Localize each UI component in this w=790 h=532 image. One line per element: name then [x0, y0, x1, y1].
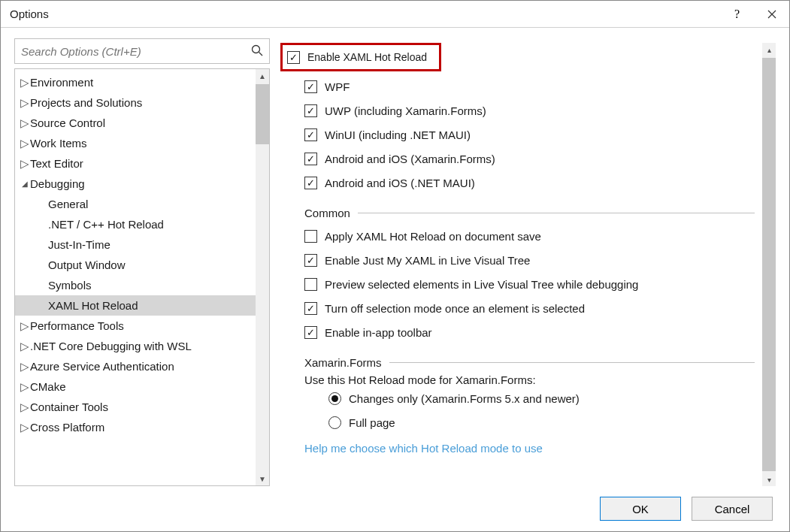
tree-item-label: XAML Hot Reload	[48, 299, 138, 312]
scroll-up-icon[interactable]: ▴	[762, 43, 776, 56]
svg-text:?: ?	[734, 8, 740, 20]
tree-item-cmake[interactable]: ▷CMake	[15, 376, 269, 397]
checkbox[interactable]	[304, 278, 317, 291]
chevron-right-icon[interactable]: ▷	[20, 116, 30, 130]
checkbox[interactable]	[304, 128, 317, 141]
tree-item-label: Work Items	[30, 137, 87, 150]
scroll-up-icon[interactable]: ▲	[256, 69, 269, 83]
help-button[interactable]: ?	[720, 1, 755, 28]
dialog-content: ▷Environment▷Projects and Solutions▷Sour…	[1, 28, 789, 486]
tree-item-azure-service-authentication[interactable]: ▷Azure Service Authentication	[15, 356, 269, 376]
tree-item-debugging[interactable]: ◢Debugging	[15, 174, 269, 194]
tree-item-label: Text Editor	[30, 157, 83, 170]
common-section-header: Common	[304, 207, 755, 219]
tree-item-environment[interactable]: ▷Environment	[15, 72, 269, 92]
tree-item-label: .NET / C++ Hot Reload	[48, 218, 164, 231]
scroll-thumb[interactable]	[256, 84, 269, 144]
left-panel: ▷Environment▷Projects and Solutions▷Sour…	[14, 38, 270, 486]
chevron-right-icon[interactable]: ▷	[20, 360, 30, 373]
xamarin-hint: Use this Hot Reload mode for Xamarin.For…	[280, 373, 755, 386]
option-row: Apply XAML Hot Reload on document save	[280, 224, 755, 248]
tree-item-xaml-hot-reload[interactable]: XAML Hot Reload	[15, 295, 269, 316]
tree-item-text-editor[interactable]: ▷Text Editor	[15, 153, 269, 174]
option-row: Android and iOS (.NET MAUI)	[280, 171, 755, 195]
option-label: WPF	[325, 80, 350, 93]
tree-item-symbols[interactable]: Symbols	[15, 275, 269, 295]
tree-scrollbar[interactable]: ▲ ▼	[256, 69, 269, 485]
chevron-right-icon[interactable]: ▷	[20, 421, 30, 434]
option-label: Apply XAML Hot Reload on document save	[325, 230, 541, 243]
checkbox[interactable]	[304, 230, 317, 243]
checkbox[interactable]	[304, 80, 317, 93]
chevron-right-icon[interactable]: ▷	[20, 319, 30, 333]
tree-item--net-core-debugging-with-wsl[interactable]: ▷.NET Core Debugging with WSL	[15, 336, 269, 356]
option-row: WinUI (including .NET MAUI)	[280, 122, 755, 147]
tree-item-cross-platform[interactable]: ▷Cross Platform	[15, 417, 269, 437]
cancel-button[interactable]: Cancel	[692, 497, 773, 521]
chevron-right-icon[interactable]: ▷	[20, 401, 30, 414]
radio[interactable]	[328, 416, 341, 429]
tree-item-just-in-time[interactable]: Just-In-Time	[15, 234, 269, 255]
tree-item-source-control[interactable]: ▷Source Control	[15, 113, 269, 133]
scroll-down-icon[interactable]: ▼	[256, 472, 269, 485]
enable-xaml-hot-reload-checkbox[interactable]	[287, 51, 300, 64]
chevron-right-icon[interactable]: ▷	[20, 96, 30, 110]
radio[interactable]	[328, 392, 341, 405]
tree-item-label: Cross Platform	[30, 421, 104, 434]
chevron-right-icon[interactable]: ▷	[20, 76, 30, 89]
tree-item-label: General	[48, 198, 88, 210]
option-label: Android and iOS (.NET MAUI)	[325, 177, 475, 189]
option-label: Turn off selection mode once an element …	[325, 302, 585, 315]
tree-item-general[interactable]: General	[15, 194, 269, 214]
panel-scrollbar[interactable]: ▴ ▾	[762, 43, 776, 486]
checkbox[interactable]	[304, 177, 317, 189]
option-row: Enable in-app toolbar	[280, 320, 755, 344]
tree-item-label: Environment	[30, 76, 93, 89]
option-label: Enable Just My XAML in Live Visual Tree	[325, 254, 530, 267]
tree-item-label: .NET Core Debugging with WSL	[30, 340, 192, 352]
scroll-thumb[interactable]	[762, 58, 776, 471]
chevron-right-icon[interactable]: ▷	[20, 380, 30, 394]
checkbox[interactable]	[304, 104, 317, 117]
option-row: Turn off selection mode once an element …	[280, 296, 755, 320]
tree-item-label: Projects and Solutions	[30, 96, 142, 109]
tree-item-container-tools[interactable]: ▷Container Tools	[15, 397, 269, 417]
checkbox[interactable]	[304, 302, 317, 315]
option-row: UWP (including Xamarin.Forms)	[280, 98, 755, 122]
titlebar: Options ?	[1, 1, 789, 28]
tree-item--net-c-hot-reload[interactable]: .NET / C++ Hot Reload	[15, 214, 269, 234]
checkbox[interactable]	[304, 153, 317, 165]
option-label: Enable in-app toolbar	[325, 326, 432, 339]
checkbox[interactable]	[304, 326, 317, 339]
chevron-right-icon[interactable]: ▷	[20, 157, 30, 171]
option-row: Android and iOS (Xamarin.Forms)	[280, 147, 755, 171]
common-header-label: Common	[304, 207, 350, 219]
tree-item-output-window[interactable]: Output Window	[15, 255, 269, 275]
divider	[389, 362, 755, 363]
tree-item-work-items[interactable]: ▷Work Items	[15, 133, 269, 153]
radio-label: Changes only (Xamarin.Forms 5.x and newe…	[349, 392, 580, 405]
category-tree: ▷Environment▷Projects and Solutions▷Sour…	[14, 68, 270, 486]
chevron-down-icon[interactable]: ◢	[20, 180, 30, 188]
close-button[interactable]	[755, 1, 789, 28]
tree-item-projects-and-solutions[interactable]: ▷Projects and Solutions	[15, 92, 269, 113]
tree-item-label: Output Window	[48, 258, 126, 271]
tree-item-performance-tools[interactable]: ▷Performance Tools	[15, 316, 269, 336]
ok-button[interactable]: OK	[600, 497, 681, 521]
scroll-down-icon[interactable]: ▾	[762, 473, 776, 486]
divider	[358, 213, 755, 213]
option-label: Preview selected elements in Live Visual…	[325, 278, 638, 291]
search-input[interactable]	[21, 45, 251, 58]
radio-label: Full page	[349, 416, 395, 429]
chevron-right-icon[interactable]: ▷	[20, 340, 30, 353]
search-box[interactable]	[14, 38, 270, 64]
dialog-footer: OK Cancel	[1, 486, 789, 531]
tree-item-label: Symbols	[48, 279, 92, 292]
chevron-right-icon[interactable]: ▷	[20, 137, 30, 150]
radio-row: Full page	[280, 410, 755, 434]
window-title: Options	[10, 8, 720, 20]
help-link[interactable]: Help me choose which Hot Reload mode to …	[280, 442, 755, 455]
checkbox[interactable]	[304, 254, 317, 267]
search-icon[interactable]	[251, 44, 263, 59]
tree-item-label: Container Tools	[30, 401, 108, 413]
